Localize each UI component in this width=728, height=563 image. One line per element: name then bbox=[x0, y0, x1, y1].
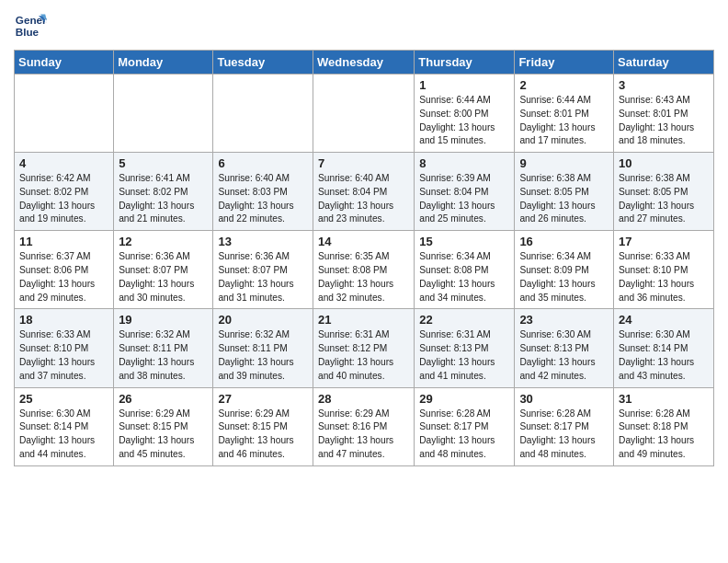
calendar-cell: 6Sunrise: 6:40 AM Sunset: 8:03 PM Daylig… bbox=[213, 153, 313, 231]
day-number: 25 bbox=[19, 392, 108, 406]
calendar-cell: 24Sunrise: 6:30 AM Sunset: 8:14 PM Dayli… bbox=[614, 309, 714, 387]
day-number: 1 bbox=[419, 78, 509, 92]
logo: General Blue bbox=[14, 9, 47, 42]
day-number: 8 bbox=[419, 156, 509, 170]
calendar-cell: 28Sunrise: 6:29 AM Sunset: 8:16 PM Dayli… bbox=[313, 387, 415, 465]
day-number: 27 bbox=[218, 392, 308, 406]
day-number: 24 bbox=[619, 313, 709, 327]
cell-content: Sunrise: 6:44 AM Sunset: 8:00 PM Dayligh… bbox=[419, 94, 509, 148]
calendar-cell: 21Sunrise: 6:31 AM Sunset: 8:12 PM Dayli… bbox=[313, 309, 415, 387]
cell-content: Sunrise: 6:39 AM Sunset: 8:04 PM Dayligh… bbox=[419, 172, 509, 226]
calendar-cell: 12Sunrise: 6:36 AM Sunset: 8:07 PM Dayli… bbox=[114, 231, 213, 309]
cell-content: Sunrise: 6:40 AM Sunset: 8:04 PM Dayligh… bbox=[318, 172, 409, 226]
calendar-cell: 3Sunrise: 6:43 AM Sunset: 8:01 PM Daylig… bbox=[614, 75, 714, 153]
calendar-week-row: 11Sunrise: 6:37 AM Sunset: 8:06 PM Dayli… bbox=[15, 231, 714, 309]
cell-content: Sunrise: 6:29 AM Sunset: 8:15 PM Dayligh… bbox=[119, 408, 208, 462]
cell-content: Sunrise: 6:38 AM Sunset: 8:05 PM Dayligh… bbox=[619, 172, 709, 226]
calendar-cell: 26Sunrise: 6:29 AM Sunset: 8:15 PM Dayli… bbox=[114, 387, 213, 465]
cell-content: Sunrise: 6:29 AM Sunset: 8:16 PM Dayligh… bbox=[318, 408, 409, 462]
cell-content: Sunrise: 6:43 AM Sunset: 8:01 PM Dayligh… bbox=[619, 94, 709, 148]
calendar-cell: 10Sunrise: 6:38 AM Sunset: 8:05 PM Dayli… bbox=[614, 153, 714, 231]
day-number: 4 bbox=[19, 156, 108, 170]
day-number: 17 bbox=[619, 235, 709, 248]
calendar-cell: 23Sunrise: 6:30 AM Sunset: 8:13 PM Dayli… bbox=[515, 309, 614, 387]
cell-content: Sunrise: 6:42 AM Sunset: 8:02 PM Dayligh… bbox=[19, 172, 108, 226]
cell-content: Sunrise: 6:34 AM Sunset: 8:09 PM Dayligh… bbox=[519, 250, 609, 304]
cell-content: Sunrise: 6:37 AM Sunset: 8:06 PM Dayligh… bbox=[19, 250, 108, 304]
calendar-cell: 30Sunrise: 6:28 AM Sunset: 8:17 PM Dayli… bbox=[515, 387, 614, 465]
day-number: 20 bbox=[218, 313, 308, 327]
day-number: 13 bbox=[218, 235, 308, 248]
calendar-week-row: 18Sunrise: 6:33 AM Sunset: 8:10 PM Dayli… bbox=[15, 309, 714, 387]
calendar-cell: 5Sunrise: 6:41 AM Sunset: 8:02 PM Daylig… bbox=[114, 153, 213, 231]
calendar-cell: 11Sunrise: 6:37 AM Sunset: 8:06 PM Dayli… bbox=[15, 231, 114, 309]
day-number: 2 bbox=[519, 78, 609, 92]
cell-content: Sunrise: 6:29 AM Sunset: 8:15 PM Dayligh… bbox=[218, 408, 308, 462]
cell-content: Sunrise: 6:31 AM Sunset: 8:13 PM Dayligh… bbox=[419, 328, 509, 383]
cell-content: Sunrise: 6:28 AM Sunset: 8:17 PM Dayligh… bbox=[419, 408, 509, 462]
calendar-table: SundayMondayTuesdayWednesdayThursdayFrid… bbox=[14, 50, 714, 466]
calendar-cell: 4Sunrise: 6:42 AM Sunset: 8:02 PM Daylig… bbox=[15, 153, 114, 231]
cell-content: Sunrise: 6:36 AM Sunset: 8:07 PM Dayligh… bbox=[218, 250, 308, 304]
calendar-cell: 20Sunrise: 6:32 AM Sunset: 8:11 PM Dayli… bbox=[213, 309, 313, 387]
cell-content: Sunrise: 6:44 AM Sunset: 8:01 PM Dayligh… bbox=[519, 94, 609, 148]
cell-content: Sunrise: 6:41 AM Sunset: 8:02 PM Dayligh… bbox=[119, 172, 208, 226]
calendar-cell: 27Sunrise: 6:29 AM Sunset: 8:15 PM Dayli… bbox=[213, 387, 313, 465]
day-number: 30 bbox=[519, 392, 609, 406]
day-number: 18 bbox=[19, 313, 108, 327]
calendar-week-row: 4Sunrise: 6:42 AM Sunset: 8:02 PM Daylig… bbox=[15, 153, 714, 231]
day-number: 9 bbox=[519, 156, 609, 170]
calendar-cell: 16Sunrise: 6:34 AM Sunset: 8:09 PM Dayli… bbox=[515, 231, 614, 309]
day-number: 19 bbox=[119, 313, 208, 327]
calendar-cell bbox=[15, 75, 114, 153]
calendar-cell: 22Sunrise: 6:31 AM Sunset: 8:13 PM Dayli… bbox=[415, 309, 515, 387]
calendar-cell bbox=[114, 75, 213, 153]
day-number: 29 bbox=[419, 392, 509, 406]
weekday-header-saturday: Saturday bbox=[614, 51, 714, 75]
weekday-header-friday: Friday bbox=[515, 51, 614, 75]
cell-content: Sunrise: 6:31 AM Sunset: 8:12 PM Dayligh… bbox=[318, 328, 409, 383]
day-number: 28 bbox=[318, 392, 409, 406]
weekday-header-monday: Monday bbox=[114, 51, 213, 75]
weekday-header-tuesday: Tuesday bbox=[213, 51, 313, 75]
cell-content: Sunrise: 6:30 AM Sunset: 8:14 PM Dayligh… bbox=[19, 408, 108, 462]
cell-content: Sunrise: 6:34 AM Sunset: 8:08 PM Dayligh… bbox=[419, 250, 509, 304]
cell-content: Sunrise: 6:30 AM Sunset: 8:13 PM Dayligh… bbox=[519, 328, 609, 383]
cell-content: Sunrise: 6:30 AM Sunset: 8:14 PM Dayligh… bbox=[619, 328, 709, 383]
logo-icon: General Blue bbox=[14, 9, 47, 42]
calendar-week-row: 1Sunrise: 6:44 AM Sunset: 8:00 PM Daylig… bbox=[15, 75, 714, 153]
calendar-cell: 13Sunrise: 6:36 AM Sunset: 8:07 PM Dayli… bbox=[213, 231, 313, 309]
day-number: 23 bbox=[519, 313, 609, 327]
svg-text:Blue: Blue bbox=[16, 26, 40, 38]
calendar-cell bbox=[213, 75, 313, 153]
day-number: 7 bbox=[318, 156, 409, 170]
cell-content: Sunrise: 6:40 AM Sunset: 8:03 PM Dayligh… bbox=[218, 172, 308, 226]
calendar-cell bbox=[313, 75, 415, 153]
weekday-header-sunday: Sunday bbox=[15, 51, 114, 75]
calendar-cell: 9Sunrise: 6:38 AM Sunset: 8:05 PM Daylig… bbox=[515, 153, 614, 231]
day-number: 31 bbox=[619, 392, 709, 406]
day-number: 5 bbox=[119, 156, 208, 170]
cell-content: Sunrise: 6:32 AM Sunset: 8:11 PM Dayligh… bbox=[119, 328, 208, 383]
calendar-cell: 15Sunrise: 6:34 AM Sunset: 8:08 PM Dayli… bbox=[415, 231, 515, 309]
calendar-cell: 18Sunrise: 6:33 AM Sunset: 8:10 PM Dayli… bbox=[15, 309, 114, 387]
calendar-cell: 25Sunrise: 6:30 AM Sunset: 8:14 PM Dayli… bbox=[15, 387, 114, 465]
calendar-cell: 19Sunrise: 6:32 AM Sunset: 8:11 PM Dayli… bbox=[114, 309, 213, 387]
day-number: 12 bbox=[119, 235, 208, 248]
day-number: 26 bbox=[119, 392, 208, 406]
day-number: 10 bbox=[619, 156, 709, 170]
weekday-header-wednesday: Wednesday bbox=[313, 51, 415, 75]
calendar-cell: 1Sunrise: 6:44 AM Sunset: 8:00 PM Daylig… bbox=[415, 75, 515, 153]
cell-content: Sunrise: 6:33 AM Sunset: 8:10 PM Dayligh… bbox=[619, 250, 709, 304]
calendar-cell: 2Sunrise: 6:44 AM Sunset: 8:01 PM Daylig… bbox=[515, 75, 614, 153]
day-number: 11 bbox=[19, 235, 108, 248]
calendar-cell: 17Sunrise: 6:33 AM Sunset: 8:10 PM Dayli… bbox=[614, 231, 714, 309]
cell-content: Sunrise: 6:33 AM Sunset: 8:10 PM Dayligh… bbox=[19, 328, 108, 383]
day-number: 3 bbox=[619, 78, 709, 92]
cell-content: Sunrise: 6:35 AM Sunset: 8:08 PM Dayligh… bbox=[318, 250, 409, 304]
page-header: General Blue bbox=[14, 9, 714, 42]
cell-content: Sunrise: 6:36 AM Sunset: 8:07 PM Dayligh… bbox=[119, 250, 208, 304]
day-number: 21 bbox=[318, 313, 409, 327]
calendar-cell: 8Sunrise: 6:39 AM Sunset: 8:04 PM Daylig… bbox=[415, 153, 515, 231]
calendar-week-row: 25Sunrise: 6:30 AM Sunset: 8:14 PM Dayli… bbox=[15, 387, 714, 465]
